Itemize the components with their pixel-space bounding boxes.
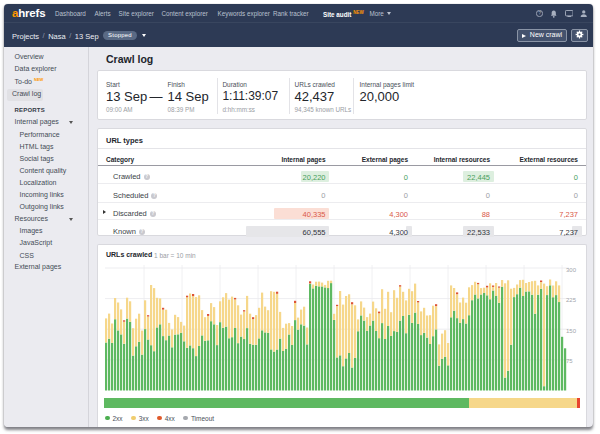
svg-text:?: ? [538, 11, 541, 16]
